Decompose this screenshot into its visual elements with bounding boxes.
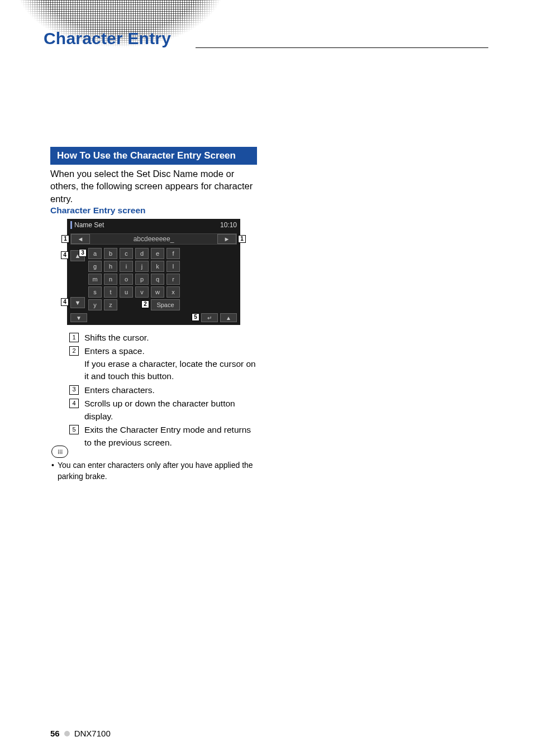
right-arrow-icon: ► (224, 236, 230, 242)
page-number: 56 (50, 729, 60, 738)
key-i[interactable]: i (120, 261, 133, 272)
entered-text: abcdeeeeee_ (134, 235, 174, 243)
list-text: Enters a space. If you erase a character… (84, 345, 259, 382)
key-label: t (110, 289, 111, 295)
key-n[interactable]: n (104, 274, 117, 285)
key-t[interactable]: t (104, 286, 117, 298)
key-h[interactable]: h (104, 261, 117, 272)
cursor-left-button[interactable]: 1 ◄ (71, 234, 90, 244)
footer-right-end-button[interactable]: ▲ (220, 313, 237, 322)
key-v[interactable]: v (135, 286, 149, 298)
key-c[interactable]: c (120, 248, 133, 259)
key-e[interactable]: e (151, 248, 164, 259)
intro-paragraph: When you select the Set Disc Name mode o… (50, 168, 260, 205)
key-label: c (125, 250, 128, 257)
page-title: Character Entry (44, 29, 171, 48)
key-space[interactable]: 2 Space (151, 299, 180, 310)
list-number: 4 (69, 399, 79, 408)
key-k[interactable]: k (151, 261, 164, 272)
key-label: i (126, 263, 127, 270)
note-bullet-row: • You can enter characters only after yo… (51, 460, 261, 482)
key-grid: 3 a b c d e f g h i j k l m n o p q (88, 248, 180, 310)
key-label: g (93, 263, 97, 270)
entered-text-bar: 1 ◄ abcdeeeeee_ ► 1 (70, 233, 237, 245)
callout-1-left: 1 (61, 235, 69, 243)
bullet-dot: • (51, 460, 54, 482)
list-item: 1 Shifts the cursor. (69, 332, 259, 344)
list-number: 3 (69, 385, 79, 395)
key-label: l (173, 263, 174, 270)
key-l[interactable]: l (166, 261, 180, 272)
key-u[interactable]: u (120, 286, 133, 298)
callout-2: 2 (141, 300, 149, 308)
page-footer: 56 DNX7100 (50, 729, 111, 738)
callout-4-down: 4 (61, 298, 69, 306)
key-x[interactable]: x (166, 286, 180, 298)
down-arrow-icon: ▼ (75, 299, 81, 306)
callout-5: 5 (192, 313, 199, 321)
cursor-right-button[interactable]: ► 1 (217, 234, 236, 244)
key-label: a (93, 250, 97, 257)
key-o[interactable]: o (120, 274, 133, 285)
key-d[interactable]: d (135, 248, 149, 259)
device-footer: ▼ 5 ↵ ▲ (70, 313, 237, 323)
key-j[interactable]: j (135, 261, 149, 272)
note-text: You can enter characters only after you … (58, 460, 261, 482)
key-label: s (93, 289, 97, 295)
key-label: n (109, 276, 112, 283)
device-header: Name Set 10:10 (67, 219, 240, 231)
list-number: 2 (69, 346, 79, 356)
key-label: e (156, 250, 159, 257)
key-label: r (172, 276, 174, 283)
footer-dot-icon (64, 731, 70, 736)
key-label: w (155, 289, 160, 295)
key-label: o (125, 276, 128, 283)
footer-left-button[interactable]: ▼ (70, 313, 87, 322)
key-w[interactable]: w (151, 286, 164, 298)
key-z[interactable]: z (104, 299, 117, 310)
key-label: y (93, 302, 97, 308)
key-r[interactable]: r (166, 274, 180, 285)
list-text: Scrolls up or down the character button … (84, 398, 259, 423)
device-screenshot: Name Set 10:10 1 ◄ abcdeeeeee_ ► 1 4 ▲ 4 (67, 219, 240, 325)
key-label: p (140, 276, 144, 283)
device-clock: 10:10 (220, 221, 237, 229)
down-caret-icon: ▼ (76, 315, 82, 321)
key-b[interactable]: b (104, 248, 117, 259)
key-y[interactable]: y (88, 299, 102, 310)
title-rule (196, 47, 488, 48)
key-p[interactable]: p (135, 274, 149, 285)
left-arrow-icon: ◄ (78, 236, 84, 242)
key-m[interactable]: m (88, 274, 102, 285)
callout-list: 1 Shifts the cursor. 2 Enters a space. I… (69, 332, 259, 450)
key-label: m (92, 276, 97, 283)
return-icon: ↵ (207, 315, 212, 321)
key-q[interactable]: q (151, 274, 164, 285)
key-label: f (172, 250, 174, 257)
key-label: j (141, 263, 142, 270)
key-label: v (140, 289, 144, 295)
key-f[interactable]: f (166, 248, 180, 259)
note-body: • You can enter characters only after yo… (51, 460, 261, 482)
callout-3: 3 (79, 249, 87, 257)
callout-4-up: 4 (61, 251, 69, 259)
list-item: 3 Enters characters. (69, 384, 259, 396)
return-button[interactable]: 5 ↵ (201, 313, 218, 322)
device-header-title: Name Set (70, 221, 104, 229)
list-item: 2 Enters a space. If you erase a charact… (69, 345, 259, 382)
key-a[interactable]: 3 a (88, 248, 102, 259)
key-g[interactable]: g (88, 261, 102, 272)
key-label: k (156, 263, 159, 270)
key-label: z (109, 302, 112, 308)
key-s[interactable]: s (88, 286, 102, 298)
key-label: b (109, 250, 112, 257)
list-item: 4 Scrolls up or down the character butto… (69, 398, 259, 423)
key-label: q (156, 276, 159, 283)
section-heading: How To Use the Character Entry Screen (50, 147, 257, 165)
keyboard-area: 4 ▲ 4 ▼ 3 a b c d e f g (67, 246, 240, 312)
scroll-down-button[interactable]: 4 ▼ (70, 297, 85, 308)
up-caret-icon: ▲ (226, 315, 231, 321)
key-label: h (109, 263, 112, 270)
list-text: Enters characters. (84, 384, 259, 396)
subheading: Character Entry screen (50, 205, 146, 216)
